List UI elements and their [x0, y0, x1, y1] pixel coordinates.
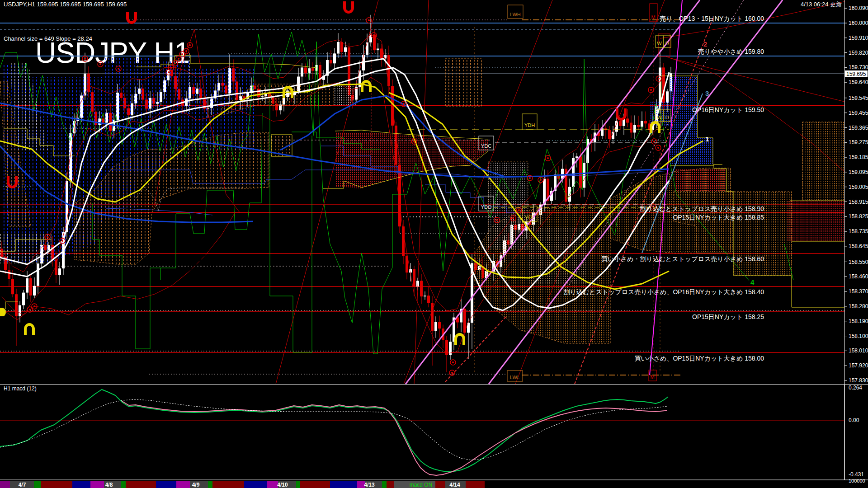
svg-text:4/7: 4/7 — [19, 482, 26, 488]
svg-text:100000: 100000 — [849, 478, 865, 483]
svg-text:159.545: 159.545 — [849, 95, 868, 101]
svg-text:OP16日NYカット 159.50: OP16日NYカット 159.50 — [692, 106, 764, 113]
svg-text:158.825: 158.825 — [849, 213, 868, 220]
svg-text:LWL: LWL — [510, 375, 520, 380]
svg-text:4: 4 — [750, 278, 755, 286]
svg-text:0.00: 0.00 — [849, 417, 859, 423]
svg-text:158.100: 158.100 — [849, 333, 868, 339]
svg-text:158.915: 158.915 — [849, 199, 868, 205]
svg-text:4/13 06:24 更新: 4/13 06:24 更新 — [801, 1, 842, 8]
svg-text:159.730: 159.730 — [849, 64, 868, 70]
svg-text:OP15日NYカット 158.25: OP15日NYカット 158.25 — [692, 313, 764, 320]
svg-text:D: D — [665, 41, 669, 46]
svg-text:4/8: 4/8 — [105, 482, 113, 488]
svg-text:159.820: 159.820 — [849, 50, 868, 56]
svg-text:YDC: YDC — [481, 143, 491, 149]
svg-text:W: W — [657, 41, 662, 46]
svg-text:0.264: 0.264 — [849, 385, 862, 391]
svg-text:4/10: 4/10 — [277, 482, 288, 488]
svg-text:157.830: 157.830 — [849, 377, 868, 384]
svg-text:macd ON: macd ON — [410, 482, 433, 488]
svg-text:買い小さめ、OP15日NYカット大きめ 158.00: 買い小さめ、OP15日NYカット大きめ 158.00 — [634, 355, 764, 362]
svg-text:割り込むとストップロス売り小さめ、OP16日NYカット大きめ: 割り込むとストップロス売り小さめ、OP16日NYカット大きめ 158.40 — [563, 288, 764, 296]
svg-text:1: 1 — [705, 135, 709, 143]
svg-text:158.735: 158.735 — [849, 228, 868, 235]
svg-text:M: M — [651, 14, 655, 20]
svg-text:M: M — [650, 374, 654, 380]
svg-text:4/14: 4/14 — [449, 482, 460, 488]
svg-text:4/9: 4/9 — [192, 482, 200, 488]
svg-text:159.095: 159.095 — [849, 169, 868, 175]
svg-text:158.010: 158.010 — [849, 347, 868, 354]
svg-text:割り込むとストップロス売り小さめ 158.90: 割り込むとストップロス売り小さめ 158.90 — [640, 205, 764, 212]
svg-text:D: D — [665, 115, 669, 120]
svg-text:159.640: 159.640 — [849, 79, 868, 85]
svg-text:159.455: 159.455 — [849, 110, 868, 116]
svg-text:LWH: LWH — [510, 12, 521, 17]
svg-text:売り、OP13・15日NYカット 160.00: 売り、OP13・15日NYカット 160.00 — [660, 15, 764, 22]
svg-text:158.645: 158.645 — [849, 243, 868, 249]
svg-text:-0.431: -0.431 — [849, 471, 864, 478]
svg-text:159.005: 159.005 — [849, 184, 868, 190]
svg-text:OP15日NYカット大きめ 158.85: OP15日NYカット大きめ 158.85 — [673, 214, 764, 221]
svg-text:Channel size = 649 Slope = 28.: Channel size = 649 Slope = 28.24 — [4, 35, 92, 42]
svg-text:売りやや小さめ 159.80: 売りやや小さめ 159.80 — [698, 48, 764, 55]
svg-text:159.695: 159.695 — [846, 71, 866, 77]
svg-text:159.185: 159.185 — [849, 154, 868, 160]
svg-text:159.275: 159.275 — [849, 139, 868, 145]
svg-text:158.550: 158.550 — [849, 259, 868, 265]
svg-text:159.365: 159.365 — [849, 125, 868, 131]
svg-text:158.370: 158.370 — [849, 288, 868, 295]
svg-text:3: 3 — [705, 89, 709, 97]
svg-text:H1 macd (12): H1 macd (12) — [4, 385, 37, 392]
svg-text:YDL: YDL — [525, 215, 534, 220]
svg-text:159.910: 159.910 — [849, 35, 868, 41]
svg-text:158.460: 158.460 — [849, 273, 868, 280]
svg-text:2: 2 — [703, 40, 707, 48]
svg-text:買い小さめ・割り込むとストップロス売り小さめ 158.60: 買い小さめ・割り込むとストップロス売り小さめ 158.60 — [601, 255, 764, 263]
svg-text:YDO: YDO — [481, 204, 492, 210]
svg-text:157.920: 157.920 — [849, 362, 868, 369]
svg-text:YDH: YDH — [524, 122, 535, 128]
svg-text:160.000: 160.000 — [849, 20, 868, 26]
svg-text:160.090: 160.090 — [849, 5, 868, 11]
svg-text:W: W — [657, 115, 662, 120]
svg-text:158.280: 158.280 — [849, 303, 868, 310]
svg-text:USDJPY,H1 159.695 159.695 159: USDJPY,H1 159.695 159.695 159.695 159.69… — [4, 1, 127, 8]
svg-text:158.190: 158.190 — [849, 318, 868, 324]
svg-text:4/13: 4/13 — [364, 482, 375, 488]
